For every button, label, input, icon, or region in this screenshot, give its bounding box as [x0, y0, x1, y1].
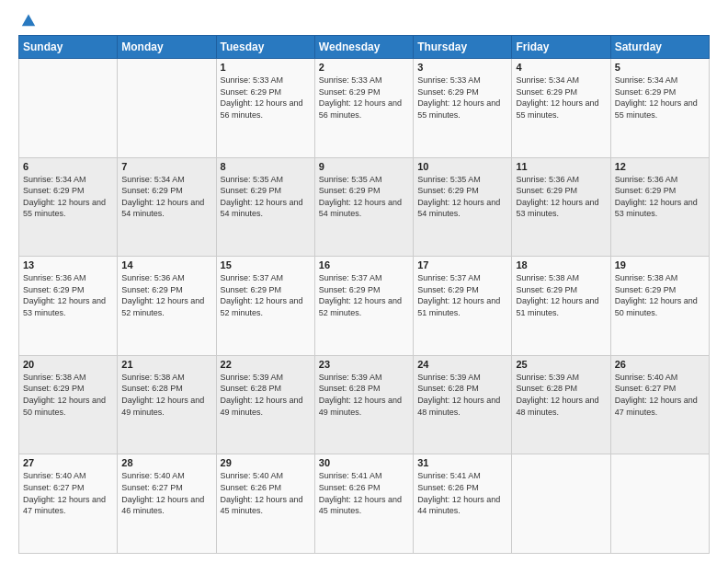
day-info: Sunrise: 5:34 AM Sunset: 6:29 PM Dayligh… — [23, 174, 113, 220]
logo — [18, 17, 37, 28]
day-info: Sunrise: 5:40 AM Sunset: 6:27 PM Dayligh… — [615, 372, 705, 418]
calendar-cell: 10Sunrise: 5:35 AM Sunset: 6:29 PM Dayli… — [414, 157, 512, 257]
day-number: 20 — [23, 359, 113, 370]
day-number: 16 — [319, 259, 409, 270]
calendar-cell: 15Sunrise: 5:37 AM Sunset: 6:29 PM Dayli… — [216, 257, 314, 356]
calendar-cell: 3Sunrise: 5:33 AM Sunset: 6:29 PM Daylig… — [414, 59, 512, 158]
day-info: Sunrise: 5:36 AM Sunset: 6:29 PM Dayligh… — [121, 272, 211, 318]
calendar-cell: 26Sunrise: 5:40 AM Sunset: 6:27 PM Dayli… — [610, 355, 709, 454]
page-header — [18, 17, 710, 28]
calendar-cell — [512, 454, 610, 554]
day-number: 9 — [319, 161, 409, 172]
day-number: 13 — [23, 259, 113, 270]
day-info: Sunrise: 5:41 AM Sunset: 6:26 PM Dayligh… — [319, 470, 409, 516]
calendar-cell: 17Sunrise: 5:37 AM Sunset: 6:29 PM Dayli… — [414, 257, 512, 356]
day-number: 11 — [516, 161, 606, 172]
day-info: Sunrise: 5:39 AM Sunset: 6:28 PM Dayligh… — [516, 372, 606, 418]
day-number: 10 — [417, 161, 507, 172]
weekday-header-tuesday: Tuesday — [216, 36, 314, 59]
day-info: Sunrise: 5:36 AM Sunset: 6:29 PM Dayligh… — [23, 272, 113, 318]
day-number: 8 — [221, 161, 311, 172]
day-number: 22 — [221, 359, 311, 370]
day-number: 4 — [516, 62, 606, 73]
day-number: 15 — [221, 259, 311, 270]
calendar-cell: 23Sunrise: 5:39 AM Sunset: 6:28 PM Dayli… — [314, 355, 413, 454]
calendar-cell: 6Sunrise: 5:34 AM Sunset: 6:29 PM Daylig… — [19, 157, 118, 257]
calendar-cell: 11Sunrise: 5:36 AM Sunset: 6:29 PM Dayli… — [512, 157, 610, 257]
logo-icon — [20, 11, 37, 28]
day-info: Sunrise: 5:36 AM Sunset: 6:29 PM Dayligh… — [516, 174, 606, 220]
day-info: Sunrise: 5:40 AM Sunset: 6:27 PM Dayligh… — [23, 470, 113, 516]
day-number: 25 — [516, 359, 606, 370]
day-number: 6 — [23, 161, 113, 172]
day-number: 24 — [417, 359, 507, 370]
weekday-header-saturday: Saturday — [610, 36, 709, 59]
day-info: Sunrise: 5:37 AM Sunset: 6:29 PM Dayligh… — [221, 272, 311, 318]
calendar-cell: 8Sunrise: 5:35 AM Sunset: 6:29 PM Daylig… — [216, 157, 314, 257]
day-info: Sunrise: 5:36 AM Sunset: 6:29 PM Dayligh… — [615, 174, 705, 220]
weekday-header-monday: Monday — [118, 36, 216, 59]
day-number: 30 — [319, 457, 409, 468]
day-number: 1 — [221, 62, 311, 73]
day-number: 7 — [121, 161, 211, 172]
weekday-header-wednesday: Wednesday — [314, 36, 413, 59]
calendar-cell: 2Sunrise: 5:33 AM Sunset: 6:29 PM Daylig… — [314, 59, 413, 158]
calendar-cell: 27Sunrise: 5:40 AM Sunset: 6:27 PM Dayli… — [19, 454, 118, 554]
calendar-cell: 4Sunrise: 5:34 AM Sunset: 6:29 PM Daylig… — [512, 59, 610, 158]
day-info: Sunrise: 5:38 AM Sunset: 6:29 PM Dayligh… — [23, 372, 113, 418]
calendar-cell: 25Sunrise: 5:39 AM Sunset: 6:28 PM Dayli… — [512, 355, 610, 454]
day-info: Sunrise: 5:34 AM Sunset: 6:29 PM Dayligh… — [121, 174, 211, 220]
day-number: 23 — [319, 359, 409, 370]
day-number: 3 — [417, 62, 507, 73]
calendar-cell: 7Sunrise: 5:34 AM Sunset: 6:29 PM Daylig… — [118, 157, 216, 257]
day-info: Sunrise: 5:33 AM Sunset: 6:29 PM Dayligh… — [417, 75, 507, 121]
day-info: Sunrise: 5:40 AM Sunset: 6:26 PM Dayligh… — [221, 470, 311, 516]
day-number: 26 — [615, 359, 705, 370]
day-info: Sunrise: 5:37 AM Sunset: 6:29 PM Dayligh… — [417, 272, 507, 318]
day-number: 5 — [615, 62, 705, 73]
day-info: Sunrise: 5:39 AM Sunset: 6:28 PM Dayligh… — [221, 372, 311, 418]
calendar-cell: 16Sunrise: 5:37 AM Sunset: 6:29 PM Dayli… — [314, 257, 413, 356]
calendar-cell — [610, 454, 709, 554]
calendar-cell: 1Sunrise: 5:33 AM Sunset: 6:29 PM Daylig… — [216, 59, 314, 158]
day-number: 21 — [121, 359, 211, 370]
day-info: Sunrise: 5:34 AM Sunset: 6:29 PM Dayligh… — [516, 75, 606, 121]
day-number: 18 — [516, 259, 606, 270]
calendar-cell: 22Sunrise: 5:39 AM Sunset: 6:28 PM Dayli… — [216, 355, 314, 454]
day-info: Sunrise: 5:39 AM Sunset: 6:28 PM Dayligh… — [319, 372, 409, 418]
calendar-cell: 14Sunrise: 5:36 AM Sunset: 6:29 PM Dayli… — [118, 257, 216, 356]
weekday-header-friday: Friday — [512, 36, 610, 59]
day-info: Sunrise: 5:40 AM Sunset: 6:27 PM Dayligh… — [121, 470, 211, 516]
calendar-table: SundayMondayTuesdayWednesdayThursdayFrid… — [18, 35, 710, 554]
day-info: Sunrise: 5:38 AM Sunset: 6:28 PM Dayligh… — [121, 372, 211, 418]
weekday-header-thursday: Thursday — [414, 36, 512, 59]
calendar-cell: 19Sunrise: 5:38 AM Sunset: 6:29 PM Dayli… — [610, 257, 709, 356]
day-info: Sunrise: 5:34 AM Sunset: 6:29 PM Dayligh… — [615, 75, 705, 121]
day-info: Sunrise: 5:39 AM Sunset: 6:28 PM Dayligh… — [417, 372, 507, 418]
calendar-cell: 28Sunrise: 5:40 AM Sunset: 6:27 PM Dayli… — [118, 454, 216, 554]
calendar-cell: 13Sunrise: 5:36 AM Sunset: 6:29 PM Dayli… — [19, 257, 118, 356]
calendar-cell: 9Sunrise: 5:35 AM Sunset: 6:29 PM Daylig… — [314, 157, 413, 257]
calendar-cell: 21Sunrise: 5:38 AM Sunset: 6:28 PM Dayli… — [118, 355, 216, 454]
svg-marker-0 — [22, 15, 35, 27]
day-number: 17 — [417, 259, 507, 270]
day-info: Sunrise: 5:35 AM Sunset: 6:29 PM Dayligh… — [319, 174, 409, 220]
weekday-header-sunday: Sunday — [19, 36, 118, 59]
calendar-cell — [19, 59, 118, 158]
day-number: 27 — [23, 457, 113, 468]
day-info: Sunrise: 5:35 AM Sunset: 6:29 PM Dayligh… — [417, 174, 507, 220]
day-number: 31 — [417, 457, 507, 468]
calendar-cell: 5Sunrise: 5:34 AM Sunset: 6:29 PM Daylig… — [610, 59, 709, 158]
day-info: Sunrise: 5:38 AM Sunset: 6:29 PM Dayligh… — [615, 272, 705, 318]
day-number: 2 — [319, 62, 409, 73]
calendar-cell: 18Sunrise: 5:38 AM Sunset: 6:29 PM Dayli… — [512, 257, 610, 356]
calendar-cell: 29Sunrise: 5:40 AM Sunset: 6:26 PM Dayli… — [216, 454, 314, 554]
day-info: Sunrise: 5:38 AM Sunset: 6:29 PM Dayligh… — [516, 272, 606, 318]
day-number: 12 — [615, 161, 705, 172]
day-number: 19 — [615, 259, 705, 270]
day-number: 14 — [121, 259, 211, 270]
calendar-cell: 24Sunrise: 5:39 AM Sunset: 6:28 PM Dayli… — [414, 355, 512, 454]
calendar-cell — [118, 59, 216, 158]
day-number: 29 — [221, 457, 311, 468]
calendar-cell: 31Sunrise: 5:41 AM Sunset: 6:26 PM Dayli… — [414, 454, 512, 554]
